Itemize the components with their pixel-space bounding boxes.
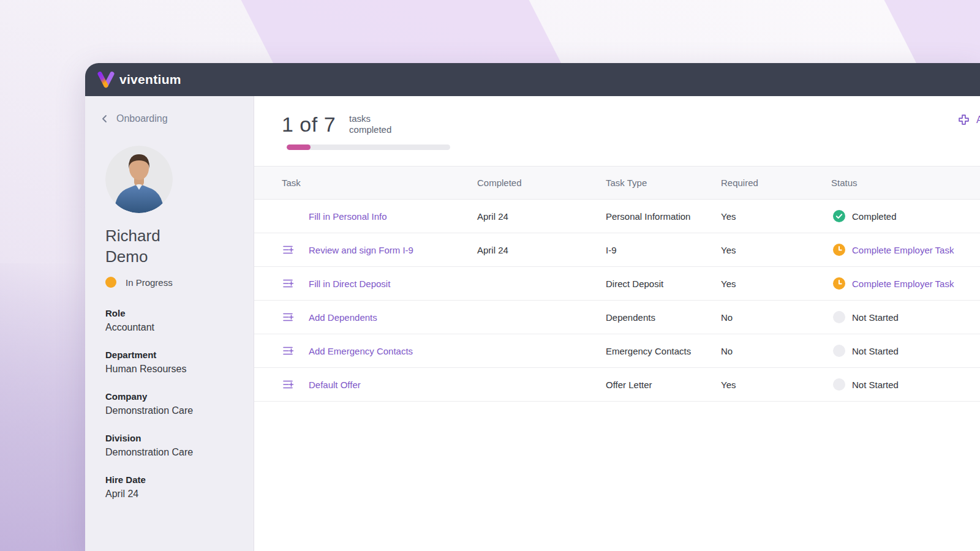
playlist-add-icon <box>283 346 294 356</box>
task-link[interactable]: Add Dependents <box>309 312 377 323</box>
status-text[interactable]: Complete Employer Task <box>852 245 954 255</box>
in-progress-dot-icon <box>105 277 116 288</box>
task-type: Personal Information <box>606 211 721 222</box>
column-header-task: Task <box>254 178 477 188</box>
task-type: Emergency Contacts <box>606 346 721 356</box>
not-started-circle-icon <box>833 378 845 391</box>
viventium-logo: viventium <box>97 72 181 88</box>
table-header: Task Completed Task Type Required Status <box>254 166 980 200</box>
chevron-left-icon <box>100 114 109 123</box>
required-flag: Yes <box>721 279 831 289</box>
column-header-status: Status <box>831 178 980 188</box>
column-header-completed: Completed <box>477 178 606 188</box>
employee-name: Richard Demo <box>105 225 241 267</box>
field-division: Division Demonstration Care <box>105 431 241 459</box>
pending-clock-icon <box>833 244 845 256</box>
field-company: Company Demonstration Care <box>105 389 241 418</box>
progress-bar <box>287 144 450 150</box>
field-hire-date: Hire Date April 24 <box>105 473 241 501</box>
table-row: Default Offer Offer Letter Yes Not Start <box>254 368 980 402</box>
column-header-task-type: Task Type <box>606 178 721 188</box>
table-row: Review and sign Form I-9 April 24 I-9 Ye… <box>254 233 980 267</box>
status-label: In Progress <box>126 277 173 288</box>
tasks-completed-count: 1 of 7 <box>282 112 336 137</box>
progress-summary: 1 of 7 tasks completed <box>254 96 980 150</box>
completed-date: April 24 <box>477 245 606 255</box>
plus-icon <box>957 113 970 126</box>
required-flag: No <box>721 346 831 356</box>
status-text[interactable]: Complete Employer Task <box>852 279 954 289</box>
avatar <box>105 146 173 213</box>
task-link[interactable]: Fill in Direct Deposit <box>309 279 390 289</box>
task-type: I-9 <box>606 245 721 255</box>
task-link[interactable]: Fill in Personal Info <box>309 211 387 222</box>
tasks-completed-caption: tasks completed <box>349 113 391 135</box>
back-to-onboarding-link[interactable]: Onboarding <box>100 113 241 124</box>
required-flag: Yes <box>721 245 831 255</box>
pending-clock-icon <box>833 277 845 290</box>
status-text: Completed <box>852 211 897 222</box>
table-body: Fill in Personal Info April 24 Personal … <box>254 200 980 402</box>
required-flag: Yes <box>721 211 831 222</box>
back-label: Onboarding <box>116 113 168 124</box>
table-row: Add Emergency Contacts Emergency Contact… <box>254 334 980 368</box>
task-type: Dependents <box>606 312 721 323</box>
required-flag: No <box>721 312 831 323</box>
table-row: Fill in Personal Info April 24 Personal … <box>254 200 980 233</box>
not-started-circle-icon <box>833 311 845 323</box>
add-task-button[interactable]: Add Task <box>957 113 980 126</box>
field-department: Department Human Resourses <box>105 348 241 376</box>
task-type: Offer Letter <box>606 380 721 390</box>
column-header-required: Required <box>721 178 831 188</box>
sidebar: Onboarding <box>85 96 254 551</box>
table-row: Fill in Direct Deposit Direct Deposit Ye… <box>254 267 980 301</box>
employee-details: Role Accountant Department Human Resours… <box>105 306 241 501</box>
tasks-table: Task Completed Task Type Required Status <box>254 166 980 402</box>
task-link[interactable]: Add Emergency Contacts <box>309 346 413 356</box>
task-type: Direct Deposit <box>606 279 721 289</box>
task-link[interactable]: Review and sign Form I-9 <box>309 245 413 255</box>
completed-date: April 24 <box>477 211 606 222</box>
not-started-circle-icon <box>833 345 845 357</box>
status-text: Not Started <box>852 312 899 323</box>
playlist-add-icon <box>283 245 294 255</box>
table-row: Add Dependents Dependents No Not Started <box>254 301 980 334</box>
task-link[interactable]: Default Offer <box>309 380 361 390</box>
completed-check-icon <box>833 210 845 222</box>
playlist-add-icon <box>283 279 294 288</box>
app-window: viventium Onboarding <box>85 63 980 551</box>
main-panel: 1 of 7 tasks completed Add Task <box>254 96 980 551</box>
add-task-label: Add Task <box>976 114 980 126</box>
playlist-add-icon <box>283 380 294 389</box>
status-badge: In Progress <box>105 277 241 288</box>
top-brand-bar: viventium <box>85 63 980 96</box>
background-gradient <box>0 263 92 551</box>
logo-text: viventium <box>119 72 181 87</box>
playlist-add-icon <box>283 312 294 322</box>
field-role: Role Accountant <box>105 306 241 334</box>
viventium-v-icon <box>97 72 115 88</box>
status-text: Not Started <box>852 380 899 390</box>
status-text: Not Started <box>852 346 899 356</box>
required-flag: Yes <box>721 380 831 390</box>
progress-bar-fill <box>287 144 311 150</box>
